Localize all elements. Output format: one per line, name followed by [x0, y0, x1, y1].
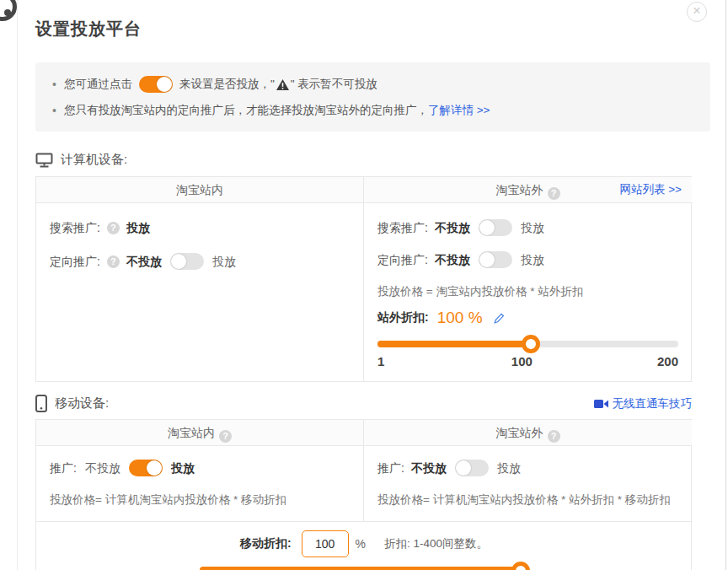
site-list-link[interactable]: 网站列表 >> — [619, 177, 682, 202]
mobile-discount-line: 移动折扣: % 折扣: 1-400间整数。 — [36, 530, 692, 557]
computer-onsite-targeted-row: 定向推广: 不投放 投放 — [50, 251, 350, 272]
mobile-offsite-promo-row: 推广: 不投放 投放 — [377, 458, 678, 478]
mobile-offsite-cell: 推广: 不投放 投放 投放价格= 计算机淘宝站内投放价格 * 站外折扣 * 移动… — [364, 446, 692, 521]
edit-pencil-icon[interactable] — [493, 312, 506, 325]
offsite-slider-scale: 1 100 200 — [377, 354, 678, 369]
monitor-icon — [35, 153, 53, 168]
search-promo-label: 搜索推广: — [50, 218, 100, 238]
slider-fill — [200, 567, 528, 570]
computer-offsite-search-row: 搜索推广: 不投放 投放 — [377, 218, 678, 238]
offsite-discount-label: 站外折扣: — [377, 310, 429, 325]
help-icon[interactable] — [548, 430, 560, 443]
computer-onsite-header: 淘宝站内 — [36, 177, 364, 203]
mobile-discount-slider[interactable] — [200, 567, 528, 570]
notice1-post: " 表示暂不可投放 — [291, 75, 377, 94]
computer-offsite-header: 淘宝站外 网站列表 >> — [364, 177, 692, 203]
mobile-onsite-price-formula: 投放价格= 计算机淘宝站内投放价格 * 移动折扣 — [50, 492, 350, 508]
notice-line-1: • 您可通过点击 来设置是否投放，" " 表示暂不可投放 — [52, 75, 693, 94]
promo-label: 推广: — [50, 458, 77, 478]
wireless-tips-link[interactable]: 无线直通车技巧 — [613, 396, 693, 411]
toggle-knob — [147, 460, 162, 476]
toggle-knob — [456, 460, 471, 476]
computer-section-title: 计算机设备: — [61, 152, 127, 168]
mobile-discount-row: 移动折扣: % 折扣: 1-400间整数。 1 200 400 — [36, 521, 692, 570]
video-icon — [594, 399, 608, 409]
notice1-pre: 您可通过点击 — [64, 75, 132, 94]
bullet-icon: • — [52, 75, 56, 94]
toggle-knob — [479, 252, 495, 267]
help-icon[interactable] — [548, 187, 560, 200]
computer-onsite-search-row: 搜索推广: 投放 — [50, 218, 350, 238]
offsite-discount-slider[interactable] — [377, 341, 678, 347]
mobile-offsite-header-label: 淘宝站外 — [496, 426, 543, 439]
toggle-knob — [157, 77, 172, 92]
mobile-onsite-promo-toggle[interactable] — [129, 460, 163, 476]
warning-icon — [276, 79, 289, 90]
mobile-discount-input[interactable] — [302, 530, 349, 557]
mobile-onsite-header: 淘宝站内 — [36, 420, 364, 446]
mobile-offsite-header: 淘宝站外 — [364, 420, 692, 446]
scale-min: 1 — [377, 354, 384, 368]
computer-offsite-header-label: 淘宝站外 — [496, 183, 543, 196]
notice-line-2: • 您只有投放淘宝站内的定向推广后，才能选择投放淘宝站外的定向推广， 了解详情 … — [52, 101, 693, 120]
promo-off-state: 不投放 — [85, 458, 120, 478]
promo-on-state: 投放 — [171, 458, 195, 478]
targeted-on-state: 投放 — [212, 251, 236, 272]
targeted-promo-label: 定向推广: — [377, 250, 428, 270]
computer-offsite-targeted-row: 定向推广: 不投放 投放 — [377, 250, 678, 270]
bullet-icon: • — [52, 101, 56, 120]
computer-onsite-targeted-toggle[interactable] — [170, 253, 204, 270]
search-promo-state: 投放 — [126, 218, 150, 238]
promo-on-state: 投放 — [497, 458, 521, 478]
toggle-knob — [171, 254, 186, 269]
learn-more-link[interactable]: 了解详情 >> — [428, 101, 490, 120]
mobile-table: 淘宝站内 淘宝站外 推广: 不投放 投放 投放价格= 计算机淘宝站内投放价格 *… — [35, 419, 692, 570]
close-icon[interactable]: × — [687, 2, 707, 22]
targeted-off-state: 不投放 — [126, 251, 162, 272]
slider-handle[interactable] — [522, 335, 540, 353]
notice2-text: 您只有投放淘宝站内的定向推广后，才能选择投放淘宝站外的定向推广， — [64, 101, 428, 120]
mobile-onsite-promo-row: 推广: 不投放 投放 — [50, 458, 350, 478]
targeted-promo-label: 定向推广: — [50, 251, 100, 272]
computer-table: 淘宝站内 淘宝站外 网站列表 >> 搜索推广: 投放 定向推广: 不投放 投 — [35, 176, 692, 382]
toggle-knob — [479, 220, 495, 235]
offsite-discount-line: 站外折扣: 100 % — [377, 309, 678, 327]
example-toggle[interactable] — [139, 76, 173, 93]
page-corner-icon — [0, 0, 17, 21]
computer-onsite-header-label: 淘宝站内 — [176, 183, 223, 196]
help-icon[interactable] — [107, 255, 120, 268]
computer-offsite-cell: 搜索推广: 不投放 投放 定向推广: 不投放 投放 投放价格 = 淘宝站内投放价… — [364, 203, 692, 381]
promo-label: 推广: — [377, 458, 404, 478]
phone-icon — [35, 395, 47, 412]
mobile-onsite-header-label: 淘宝站内 — [168, 426, 215, 439]
computer-offsite-targeted-toggle[interactable] — [479, 251, 512, 268]
targeted-off-state: 不投放 — [435, 250, 470, 270]
search-promo-label: 搜索推广: — [377, 218, 428, 238]
notice1-mid: 来设置是否投放，" — [179, 75, 275, 94]
search-on-state: 投放 — [521, 218, 544, 238]
computer-section-header: 计算机设备: — [35, 152, 692, 168]
mobile-onsite-cell: 推广: 不投放 投放 投放价格= 计算机淘宝站内投放价格 * 移动折扣 — [36, 446, 364, 521]
help-icon[interactable] — [219, 430, 232, 443]
promo-off-state: 不投放 — [411, 458, 447, 478]
scale-mid: 100 — [511, 354, 533, 368]
mobile-section-header: 移动设备: 无线直通车技巧 — [35, 395, 692, 412]
search-off-state: 不投放 — [435, 218, 470, 238]
percent-unit: % — [356, 537, 366, 551]
mobile-discount-hint: 折扣: 1-400间整数。 — [384, 536, 488, 551]
computer-offsite-search-toggle[interactable] — [479, 219, 512, 236]
offsite-price-formula: 投放价格 = 淘宝站内投放价格 * 站外折扣 — [377, 284, 678, 299]
mobile-discount-label: 移动折扣: — [240, 536, 292, 551]
help-icon[interactable] — [107, 222, 120, 234]
computer-onsite-cell: 搜索推广: 投放 定向推广: 不投放 投放 — [36, 203, 364, 381]
mobile-section-title: 移动设备: — [55, 395, 109, 411]
slider-handle[interactable] — [511, 562, 530, 570]
page-title: 设置投放平台 — [35, 0, 725, 40]
slider-fill — [377, 341, 531, 347]
mobile-offsite-price-formula: 投放价格= 计算机淘宝站内投放价格 * 站外折扣 * 移动折扣 — [377, 492, 678, 508]
set-platform-dialog: × 设置投放平台 • 您可通过点击 来设置是否投放，" " 表示暂不可投放 • … — [17, 0, 726, 570]
targeted-on-state: 投放 — [521, 250, 544, 270]
mobile-offsite-promo-toggle[interactable] — [455, 460, 489, 476]
notice-box: • 您可通过点击 来设置是否投放，" " 表示暂不可投放 • 您只有投放淘宝站内… — [35, 62, 710, 132]
scale-max: 200 — [657, 354, 678, 368]
